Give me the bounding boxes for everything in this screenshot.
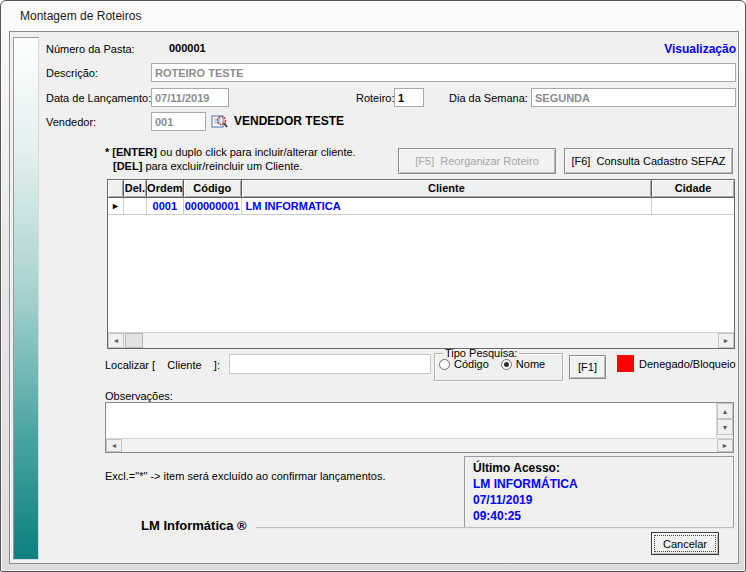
scroll-right-icon[interactable]: ► xyxy=(717,439,733,452)
cell-cidade xyxy=(652,198,734,214)
folder-value: 000001 xyxy=(169,42,206,54)
brand-label: LM Informática ® xyxy=(141,518,247,533)
grid-header-del[interactable]: Del. xyxy=(124,180,147,198)
denied-status-swatch xyxy=(617,355,634,372)
consult-sefaz-button[interactable]: [F6] Consulta Cadastro SEFAZ xyxy=(564,148,733,174)
denied-status-label: Denegado/Bloqueio xyxy=(639,358,736,370)
vendor-label: Vendedor: xyxy=(46,116,96,128)
last-access-name: LM INFORMÁTICA xyxy=(473,476,725,492)
memo-horizontal-scrollbar[interactable]: ◄ ► xyxy=(106,438,733,452)
scrollbar-thumb[interactable] xyxy=(125,333,143,348)
search-type-group: Tipo Pesquisa: Código Nome xyxy=(434,347,563,381)
radio-nome[interactable] xyxy=(501,359,512,370)
grid-header-cliente[interactable]: Cliente xyxy=(242,180,653,198)
search-input[interactable] xyxy=(229,354,431,374)
launch-date-input[interactable] xyxy=(151,88,229,107)
clients-grid: Del. Ordem Código Cliente Cidade ► 0001 … xyxy=(107,179,735,349)
scroll-left-icon[interactable]: ◄ xyxy=(106,439,122,452)
grid-header-codigo[interactable]: Código xyxy=(184,180,242,198)
cancel-button[interactable]: Cancelar xyxy=(651,532,719,555)
grid-header-indicator xyxy=(108,180,124,198)
view-mode-label: Visualização xyxy=(596,42,736,56)
brand-divider xyxy=(256,527,734,529)
reorganize-route-button[interactable]: [F5] Reorganizar Roteiro xyxy=(398,148,556,174)
route-input[interactable] xyxy=(394,88,424,107)
instruction-line-2: [DEL] para excluir/reincluir um Cliente. xyxy=(113,160,303,172)
vendor-search-icon[interactable] xyxy=(211,113,228,130)
grid-header-row: Del. Ordem Código Cliente Cidade xyxy=(108,180,734,198)
observations-label: Observações: xyxy=(105,390,173,402)
radio-nome-label[interactable]: Nome xyxy=(516,358,545,370)
launch-date-label: Data de Lançamento: xyxy=(46,92,151,104)
grid-header-ordem[interactable]: Ordem xyxy=(147,180,184,198)
f1-search-button[interactable]: [F1] xyxy=(569,355,606,379)
exclusion-note: Excl.="*" -> item será excluído ao confi… xyxy=(105,470,385,482)
weekday-input[interactable] xyxy=(531,88,736,107)
vendor-code-input[interactable] xyxy=(151,112,206,131)
cell-codigo: 000000001 xyxy=(184,198,242,214)
radio-codigo[interactable] xyxy=(439,359,450,370)
cell-cliente: LM INFORMATICA xyxy=(242,198,653,214)
last-access-panel: Último Acesso: LM INFORMÁTICA 07/11/2019… xyxy=(464,456,734,528)
search-label: Localizar [ Cliente ]: xyxy=(105,359,220,371)
cell-ordem: 0001 xyxy=(147,198,184,214)
description-input[interactable] xyxy=(151,63,736,82)
last-access-date: 07/11/2019 xyxy=(473,492,725,508)
grid-horizontal-scrollbar[interactable]: ◄ ► xyxy=(108,332,734,348)
window-title: Montagem de Roteiros xyxy=(20,9,141,23)
observations-memo[interactable]: ▲ ▼ ◄ ► xyxy=(105,402,734,453)
scroll-down-icon[interactable]: ▼ xyxy=(717,419,733,435)
scroll-left-icon[interactable]: ◄ xyxy=(108,333,124,348)
last-access-time: 09:40:25 xyxy=(473,508,725,524)
cell-del xyxy=(124,198,147,214)
route-label: Roteiro: xyxy=(356,92,395,104)
grid-header-cidade[interactable]: Cidade xyxy=(652,180,734,198)
scroll-up-icon[interactable]: ▲ xyxy=(717,403,733,419)
memo-vertical-scrollbar[interactable]: ▲ ▼ xyxy=(716,403,733,438)
scroll-right-icon[interactable]: ► xyxy=(718,333,734,348)
decor-gradient-bar xyxy=(13,37,39,560)
last-access-title: Último Acesso: xyxy=(473,460,725,476)
description-label: Descrição: xyxy=(46,67,98,79)
folder-label: Número da Pasta: xyxy=(46,43,135,55)
instruction-line-1: * [ENTER] ou duplo click para incluir/al… xyxy=(105,146,356,158)
radio-codigo-label[interactable]: Código xyxy=(454,358,489,370)
weekday-label: Dia da Semana: xyxy=(449,92,528,104)
table-row[interactable]: ► 0001 000000001 LM INFORMATICA xyxy=(108,198,734,215)
row-pointer-icon: ► xyxy=(108,198,124,214)
vendor-name: VENDEDOR TESTE xyxy=(234,114,344,128)
app-window: Montagem de Roteiros Número da Pasta: 00… xyxy=(0,0,746,572)
